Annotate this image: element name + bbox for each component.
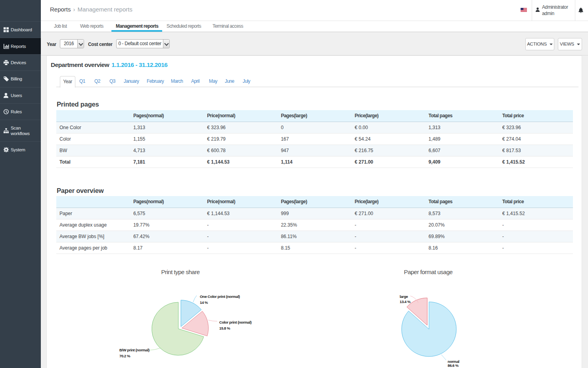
svg-text:86.6 %: 86.6 % bbox=[448, 363, 459, 368]
svg-text:70.2 %: 70.2 % bbox=[119, 354, 130, 358]
svg-text:15.8 %: 15.8 % bbox=[219, 326, 230, 330]
svg-text:Paper format usage: Paper format usage bbox=[404, 269, 453, 275]
svg-text:large: large bbox=[400, 294, 408, 299]
svg-text:One Color print (normal): One Color print (normal) bbox=[200, 294, 240, 299]
svg-text:14 %: 14 % bbox=[200, 300, 208, 305]
svg-text:13.4 %: 13.4 % bbox=[400, 299, 411, 304]
svg-text:B/W print (normal): B/W print (normal) bbox=[119, 348, 149, 352]
svg-text:Print type share: Print type share bbox=[161, 269, 199, 275]
svg-text:Color print (normal): Color print (normal) bbox=[219, 320, 251, 324]
